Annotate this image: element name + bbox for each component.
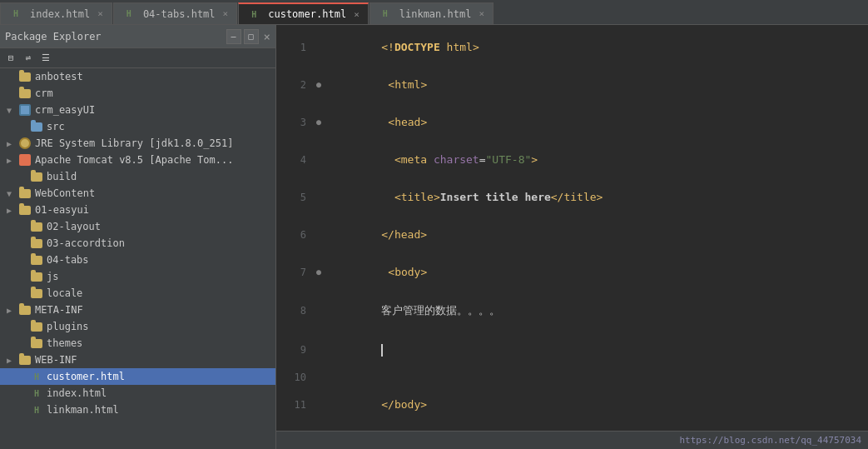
tree-item-jre[interactable]: ▶ JRE System Library [jdk1.8.0_251] bbox=[0, 135, 275, 152]
code-line-10: 10 bbox=[276, 369, 868, 386]
tree-item-linkman-html[interactable]: H linkman.html bbox=[0, 402, 275, 418]
code-line-6: 6 </head> bbox=[276, 216, 868, 253]
tree-item-build[interactable]: build bbox=[0, 168, 275, 185]
bullet-3: ● bbox=[316, 117, 321, 127]
line-content-7: <body> bbox=[323, 253, 427, 291]
folder-icon-crm bbox=[18, 87, 32, 100]
tree-item-02layout[interactable]: 02-layout bbox=[0, 218, 275, 235]
tree-item-tomcat[interactable]: ▶ Apache Tomcat v8.5 [Apache Tom... bbox=[0, 152, 275, 168]
label-js: js bbox=[47, 271, 58, 282]
tree-item-webcontent[interactable]: ▼ WebContent bbox=[0, 185, 275, 202]
tree-item-locale[interactable]: locale bbox=[0, 285, 275, 302]
label-metainf: META-INF bbox=[35, 304, 83, 316]
line-content-11: </body> bbox=[316, 386, 427, 423]
tree-item-js[interactable]: js bbox=[0, 268, 275, 285]
tab-linkman-close[interactable]: × bbox=[479, 8, 484, 19]
code-line-3: 3 ● <head> bbox=[276, 103, 868, 141]
html-file-icon-customer: H bbox=[30, 370, 43, 383]
arrow-tomcat: ▶ bbox=[7, 156, 18, 165]
line-content-2: <html> bbox=[323, 66, 427, 103]
folder-icon-webcontent bbox=[18, 187, 32, 200]
line-num-2: 2 bbox=[283, 79, 306, 91]
folder-icon-build bbox=[30, 170, 43, 183]
explorer-header: Package Explorer — □ × bbox=[0, 25, 275, 48]
line-num-3: 3 bbox=[283, 117, 306, 128]
line-content-5: <title>Insert title here</title> bbox=[316, 178, 603, 216]
line-num-1: 1 bbox=[283, 42, 306, 53]
folder-icon-themes bbox=[30, 337, 43, 350]
label-01easyui: 01-easyui bbox=[35, 204, 89, 216]
tree-item-metainf[interactable]: ▶ META-INF bbox=[0, 302, 275, 318]
project-icon-crm-easyui bbox=[18, 103, 32, 117]
status-bar: https://blog.csdn.net/qq_44757034 bbox=[276, 431, 868, 449]
folder-icon-js bbox=[30, 270, 43, 283]
label-index-html: index.html bbox=[47, 387, 107, 399]
tree-item-customer-html[interactable]: H customer.html bbox=[0, 368, 275, 385]
label-tomcat: Apache Tomcat v8.5 [Apache Tom... bbox=[35, 154, 233, 166]
line-num-5: 5 bbox=[283, 192, 306, 203]
code-line-8: 8 客户管理的数据。。。。 bbox=[276, 291, 868, 331]
link-editor-button[interactable]: ⇌ bbox=[21, 51, 36, 66]
tree-item-plugins[interactable]: plugins bbox=[0, 318, 275, 335]
tab-04tabs[interactable]: H 04-tabs.html × bbox=[113, 2, 237, 24]
label-anbotest: anbotest bbox=[35, 71, 83, 82]
line-content-12: </html> bbox=[316, 423, 427, 431]
line-num-11: 11 bbox=[283, 399, 306, 411]
label-build: build bbox=[47, 171, 77, 182]
arrow-jre: ▶ bbox=[7, 139, 18, 148]
folder-icon-plugins bbox=[30, 320, 43, 333]
tree-item-03accordtion[interactable]: 03-accordtion bbox=[0, 235, 275, 252]
tab-index[interactable]: H index.html × bbox=[0, 2, 112, 24]
text-cursor bbox=[381, 344, 383, 357]
line-num-8: 8 bbox=[283, 305, 306, 317]
folder-icon-anbotest bbox=[18, 70, 32, 83]
arrow-metainf: ▶ bbox=[7, 306, 18, 315]
line-num-9: 9 bbox=[283, 344, 306, 356]
label-customer-html: customer.html bbox=[47, 371, 125, 382]
minimize-button[interactable]: — bbox=[226, 29, 241, 44]
maximize-button[interactable]: □ bbox=[244, 29, 259, 44]
explorer-title: Package Explorer bbox=[5, 31, 221, 42]
tree-item-themes[interactable]: themes bbox=[0, 335, 275, 352]
line-content-4: <meta charset="UTF-8"> bbox=[316, 141, 538, 178]
line-num-7: 7 bbox=[283, 267, 306, 278]
code-view[interactable]: 1 <!DOCTYPE html> 2 ● <html> 3 ● <head> bbox=[276, 25, 868, 431]
tab-customer[interactable]: H customer.html × bbox=[238, 2, 369, 24]
tab-file-icon: H bbox=[9, 7, 22, 21]
label-linkman-html: linkman.html bbox=[47, 404, 119, 416]
arrow-crm-easyui: ▼ bbox=[7, 106, 18, 115]
tree-item-crm-easyui[interactable]: ▼ crm_easyUI bbox=[0, 102, 275, 118]
line-content-1: <!DOCTYPE html> bbox=[316, 28, 479, 66]
explorer-close-button[interactable]: × bbox=[264, 30, 270, 43]
html-file-icon-linkman: H bbox=[30, 403, 43, 417]
tree-item-src[interactable]: src bbox=[0, 118, 275, 135]
tab-04tabs-close[interactable]: × bbox=[223, 8, 229, 19]
code-line-4: 4 <meta charset="UTF-8"> bbox=[276, 141, 868, 178]
tab-04tabs-label: 04-tabs.html bbox=[143, 8, 216, 20]
tab-index-close[interactable]: × bbox=[97, 8, 103, 19]
folder-icon-03accordtion bbox=[30, 237, 43, 250]
view-menu-button[interactable]: ☰ bbox=[38, 51, 53, 66]
explorer-content[interactable]: anbotest crm ▼ crm_easyUI src bbox=[0, 68, 275, 449]
arrow-01easyui: ▶ bbox=[7, 206, 18, 215]
bullet-2: ● bbox=[316, 80, 321, 89]
tree-item-04tabs[interactable]: 04-tabs bbox=[0, 252, 275, 268]
tab-customer-close[interactable]: × bbox=[354, 9, 360, 20]
tab-linkman[interactable]: H linkman.html × bbox=[370, 2, 494, 24]
tab-linkman-label: linkman.html bbox=[399, 8, 472, 20]
label-02layout: 02-layout bbox=[47, 221, 101, 232]
tree-item-anbotest[interactable]: anbotest bbox=[0, 68, 275, 85]
tree-item-01easyui[interactable]: ▶ 01-easyui bbox=[0, 202, 275, 218]
explorer-actions: — □ bbox=[226, 29, 259, 44]
tab-file-icon4: H bbox=[379, 7, 392, 21]
tab-customer-label: customer.html bbox=[268, 8, 346, 20]
editor-area[interactable]: 1 <!DOCTYPE html> 2 ● <html> 3 ● <head> bbox=[276, 25, 868, 449]
tomcat-icon bbox=[18, 153, 32, 167]
line-content-8: 客户管理的数据。。。。 bbox=[316, 291, 500, 331]
explorer-panel: Package Explorer — □ × ⊟ ⇌ ☰ anbotest bbox=[0, 25, 276, 449]
tree-item-index-html[interactable]: H index.html bbox=[0, 385, 275, 402]
tree-item-webinf[interactable]: ▶ WEB-INF bbox=[0, 352, 275, 368]
collapse-all-button[interactable]: ⊟ bbox=[3, 51, 18, 66]
arrow-webinf: ▶ bbox=[7, 356, 18, 365]
tree-item-crm[interactable]: crm bbox=[0, 85, 275, 102]
